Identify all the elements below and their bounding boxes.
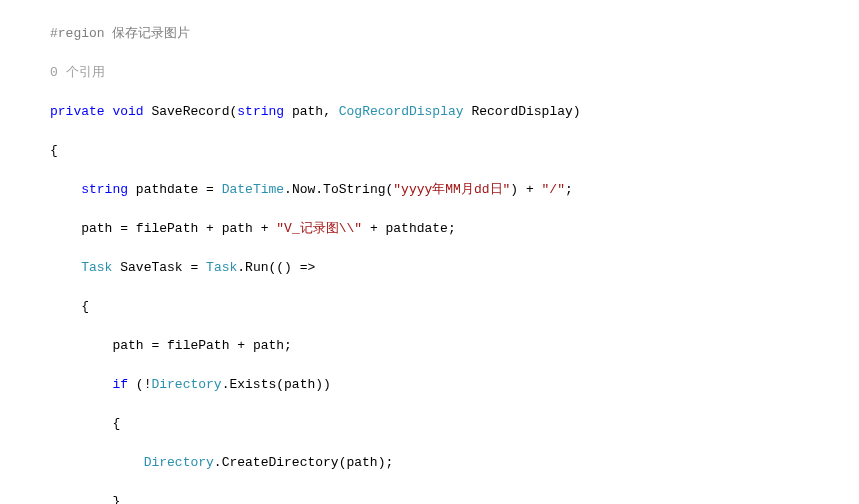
- string-literal: "/": [542, 182, 565, 197]
- type: Directory: [151, 377, 221, 392]
- code-line[interactable]: string pathdate = DateTime.Now.ToString(…: [50, 180, 859, 200]
- brace-open: {: [112, 416, 120, 431]
- param-name: path: [292, 104, 323, 119]
- type: Directory: [144, 455, 214, 470]
- type: string: [237, 104, 284, 119]
- brace-open: {: [81, 299, 89, 314]
- codelens-references[interactable]: 0 个引用: [50, 63, 859, 83]
- brace-open: {: [50, 143, 58, 158]
- param-name: RecordDisplay: [471, 104, 572, 119]
- string-literal: "yyyy年MM月dd日": [393, 182, 510, 197]
- keyword-void: void: [112, 104, 143, 119]
- type: DateTime: [222, 182, 284, 197]
- code-line[interactable]: Directory.CreateDirectory(path);: [50, 453, 859, 473]
- var-name: path: [112, 338, 143, 353]
- region-directive: #region: [50, 26, 105, 41]
- type: CogRecordDisplay: [339, 104, 464, 119]
- code-line[interactable]: {: [50, 414, 859, 434]
- var-name: pathdate: [136, 182, 198, 197]
- method-name: SaveRecord: [151, 104, 229, 119]
- var-name: path: [81, 221, 112, 236]
- code-line[interactable]: if (!Directory.Exists(path)): [50, 375, 859, 395]
- brace-close: }: [112, 494, 120, 505]
- type: Task: [81, 260, 112, 275]
- code-line[interactable]: {: [50, 141, 859, 161]
- string-literal: "V_记录图\\": [276, 221, 362, 236]
- code-line[interactable]: #region 保存记录图片: [50, 24, 859, 44]
- code-editor[interactable]: #region 保存记录图片 0 个引用 private void SaveRe…: [0, 0, 859, 504]
- code-line[interactable]: {: [50, 297, 859, 317]
- code-line[interactable]: Task SaveTask = Task.Run(() =>: [50, 258, 859, 278]
- keyword: if: [112, 377, 128, 392]
- code-line[interactable]: }: [50, 492, 859, 505]
- type: Task: [206, 260, 237, 275]
- code-line[interactable]: private void SaveRecord(string path, Cog…: [50, 102, 859, 122]
- code-line[interactable]: path = filePath + path + "V_记录图\\" + pat…: [50, 219, 859, 239]
- keyword-private: private: [50, 104, 105, 119]
- region-comment: 保存记录图片: [112, 26, 190, 41]
- var-name: SaveTask: [120, 260, 182, 275]
- code-line[interactable]: path = filePath + path;: [50, 336, 859, 356]
- keyword: string: [81, 182, 128, 197]
